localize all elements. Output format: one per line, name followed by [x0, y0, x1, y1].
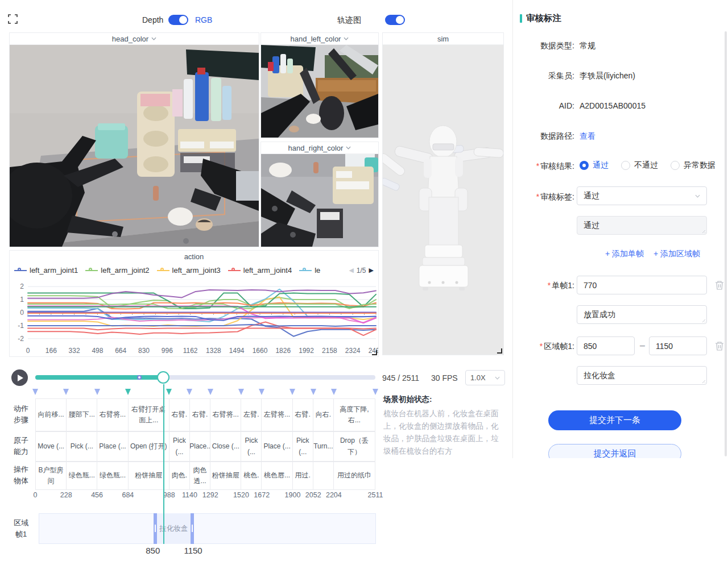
resize-grip-icon[interactable]: [701, 318, 705, 322]
timeline-cell[interactable]: 左臂将...: [262, 399, 292, 431]
progress-handle[interactable]: [157, 371, 169, 384]
timeline-cell[interactable]: 肉色透...: [190, 462, 210, 490]
data-path-link[interactable]: 查看: [580, 131, 595, 142]
timeline-cell[interactable]: 右臂.: [169, 399, 190, 431]
frame-marker-triangle[interactable]: [289, 389, 295, 395]
submit-next-button[interactable]: 提交并下一条: [548, 410, 681, 430]
region-right-grip[interactable]: [192, 525, 193, 532]
timeline-cell[interactable]: 右臂.: [293, 399, 313, 431]
timeline-cell[interactable]: 用过.: [293, 462, 313, 490]
region-frame-block[interactable]: 拉化妆盒: [154, 513, 194, 544]
timeline-cell[interactable]: Pick (...: [169, 432, 190, 462]
timeline-cell[interactable]: 右臂打开桌面上...: [129, 399, 169, 431]
frame-marker-triangle[interactable]: [166, 389, 172, 395]
region-start-input[interactable]: 850: [577, 336, 635, 355]
timeline-cell[interactable]: 左臂.: [241, 399, 262, 431]
timeline-cell[interactable]: Close (...: [210, 432, 241, 462]
region-note-textarea[interactable]: 拉化妆盒: [577, 366, 707, 385]
add-single-frame-link[interactable]: + 添加单帧: [605, 249, 644, 259]
legend-item[interactable]: left_arm_joint1: [14, 266, 78, 275]
head-camera-header[interactable]: head_color: [10, 33, 259, 45]
frame-marker-triangle[interactable]: [63, 389, 69, 395]
frame-marker-triangle[interactable]: [94, 389, 100, 395]
hand-right-camera-header[interactable]: hand_right_color: [261, 142, 378, 154]
result-radio-通过[interactable]: 通过: [580, 160, 609, 171]
timeline-cell[interactable]: Place (...: [97, 432, 128, 462]
single-frame-note-textarea[interactable]: 放置成功: [577, 305, 707, 324]
app-root: Depth RGB 轨迹图 head_color: [0, 0, 728, 561]
legend-item[interactable]: left_arm_joint3: [157, 266, 221, 275]
single-frame-input[interactable]: 770: [577, 276, 707, 294]
timeline-cell[interactable]: 肉色.: [169, 462, 190, 490]
speed-select[interactable]: 1.0X: [465, 370, 505, 385]
frame-marker-triangle[interactable]: [32, 389, 38, 395]
timeline-cell[interactable]: 桃色.: [241, 462, 262, 490]
timeline-cell[interactable]: Move (...: [36, 432, 67, 462]
timeline-cell[interactable]: 用过的纸巾: [334, 462, 375, 490]
frame-marker-triangle[interactable]: [311, 389, 316, 395]
frame-marker-triangle[interactable]: [238, 389, 244, 395]
timeline-cell[interactable]: 绿色瓶...: [97, 462, 128, 490]
frame-marker-triangle[interactable]: [259, 389, 264, 395]
timeline-cell[interactable]: 向前移...: [36, 399, 67, 431]
depth-rgb-toggle[interactable]: [168, 15, 188, 25]
frame-axis-tick: 988: [163, 491, 175, 499]
timeline-cell[interactable]: 向右.: [313, 399, 334, 431]
timeline-cell[interactable]: Place..: [190, 432, 210, 462]
chart-legend: left_arm_joint1left_arm_joint2left_arm_j…: [10, 262, 378, 277]
result-radio-不通过[interactable]: 不通过: [621, 160, 658, 171]
timeline-cell[interactable]: Open (打开): [129, 432, 169, 462]
timeline-cell[interactable]: 高度下降, 右...: [334, 399, 375, 431]
legend-item[interactable]: le: [299, 266, 320, 275]
progress-slider[interactable]: [35, 375, 375, 380]
timeline-cell[interactable]: Place (...: [262, 432, 292, 462]
timeline-cell[interactable]: 右臂将...: [210, 399, 241, 431]
resize-grip-icon[interactable]: [701, 379, 705, 383]
region-left-grip[interactable]: [155, 525, 156, 532]
region-frame-track[interactable]: 拉化妆盒: [39, 513, 376, 544]
frame-marker-triangle[interactable]: [331, 389, 337, 395]
sim-view[interactable]: [383, 45, 503, 355]
timeline-cell[interactable]: B户型房间: [36, 462, 67, 490]
resize-grip-icon[interactable]: [701, 228, 705, 233]
sim-resize-handle[interactable]: [497, 348, 502, 354]
timeline-cell[interactable]: 绿色瓶...: [67, 462, 97, 490]
submit-back-button[interactable]: 提交并返回: [548, 444, 681, 458]
play-button[interactable]: [11, 369, 28, 386]
timeline-cell[interactable]: [313, 462, 334, 490]
frame-marker-triangle[interactable]: [373, 389, 378, 395]
timeline-cell[interactable]: Pick (...: [293, 432, 313, 462]
panel-scrollbar[interactable]: [725, 31, 727, 456]
frame-marker-triangle[interactable]: [125, 389, 131, 395]
fullscreen-icon[interactable]: [8, 14, 18, 24]
add-region-frame-link[interactable]: + 添加区域帧: [653, 249, 700, 259]
hand-left-camera-header[interactable]: hand_left_color: [261, 33, 378, 45]
delete-single-frame-icon[interactable]: [715, 280, 724, 290]
region-end-input[interactable]: 1150: [649, 336, 707, 355]
delete-region-frame-icon[interactable]: [715, 341, 724, 351]
review-tag-select[interactable]: 通过: [577, 186, 707, 205]
legend-item-label: left_arm_joint1: [30, 266, 78, 275]
timeline-cell[interactable]: 粉饼抽屉: [129, 462, 169, 490]
timeline-cell[interactable]: 腰部下...: [67, 399, 97, 431]
timeline-cell[interactable]: 右臂将...: [97, 399, 128, 431]
legend-item[interactable]: left_arm_joint4: [228, 266, 292, 275]
result-radio-异常数据[interactable]: 异常数据: [671, 160, 715, 171]
timeline-cell[interactable]: 桃色唇...: [262, 462, 292, 490]
timeline-cell[interactable]: Pick (...: [67, 432, 97, 462]
frame-marker-triangle[interactable]: [187, 389, 192, 395]
timeline-row-label: 操作物体: [11, 464, 31, 487]
frame-marker-triangle[interactable]: [208, 389, 213, 395]
timeline-cell[interactable]: Drop（丢下）: [334, 432, 375, 462]
legend-item[interactable]: left_arm_joint2: [85, 266, 149, 275]
review-tag-note-textarea[interactable]: 通过: [577, 216, 707, 235]
timeline-cell[interactable]: Pick (...: [241, 432, 262, 462]
trajectory-toggle[interactable]: [385, 15, 405, 25]
timeline-cell[interactable]: 粉饼抽屉: [210, 462, 241, 490]
joint-line-chart[interactable]: 210-1-2016633249866483099611621328149416…: [10, 277, 378, 355]
legend-next-icon[interactable]: ▶: [369, 267, 374, 274]
legend-prev-icon[interactable]: ◀: [349, 267, 353, 274]
chart-resize-handle[interactable]: [372, 350, 377, 355]
timeline-cell[interactable]: Turn...: [313, 432, 334, 462]
timeline-cell[interactable]: 右臂.: [190, 399, 210, 431]
